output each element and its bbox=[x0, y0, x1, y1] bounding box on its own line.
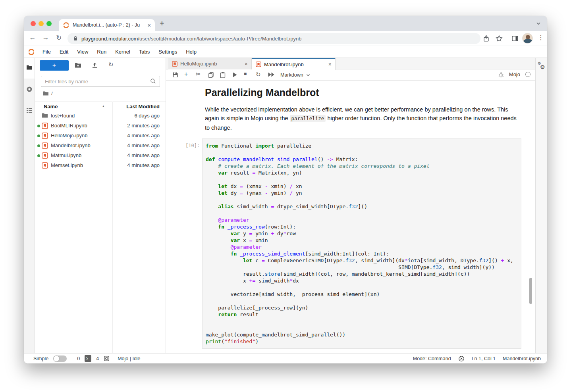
notebook-icon bbox=[172, 61, 177, 67]
menu-run[interactable]: Run bbox=[93, 46, 111, 58]
kernel-name[interactable]: Mojo bbox=[509, 71, 520, 77]
restart-run-all-icon[interactable] bbox=[268, 72, 275, 77]
upload-icon[interactable] bbox=[92, 62, 98, 68]
file-row-boolmlir[interactable]: BoolMLIR.ipynb 2 minutes ago bbox=[35, 121, 166, 131]
terminal-count[interactable]: 0 bbox=[77, 356, 80, 361]
file-row-matmul[interactable]: Matmul.ipynb 4 minutes ago bbox=[35, 151, 166, 161]
kernel-count[interactable]: 4 bbox=[96, 356, 99, 361]
close-window-button[interactable] bbox=[31, 21, 36, 26]
share-icon[interactable] bbox=[483, 35, 490, 42]
sidepanel-icon[interactable] bbox=[511, 35, 519, 42]
notebook-icon bbox=[42, 142, 48, 149]
notebook-icon bbox=[42, 162, 48, 169]
tab-search-chevron-icon[interactable] bbox=[536, 22, 541, 25]
notebook-content[interactable]: Parallelizing Mandelbrot While the vecto… bbox=[166, 81, 535, 353]
menu-view[interactable]: View bbox=[73, 46, 93, 58]
run-cell-icon[interactable] bbox=[232, 72, 237, 78]
file-row-memset[interactable]: Memset.ipynb 4 minutes ago bbox=[35, 161, 166, 171]
save-icon[interactable] bbox=[172, 72, 178, 78]
notebook-area: HelloMojo.ipynb × Mandelbrot.ipynb × + ✂ bbox=[166, 58, 535, 353]
code-editor[interactable]: from Functional import parallelize def c… bbox=[202, 138, 521, 349]
file-row-lost-found[interactable]: lost+found 6 days ago bbox=[35, 111, 166, 121]
filter-files-input[interactable] bbox=[41, 76, 160, 87]
search-icon bbox=[150, 78, 156, 84]
kernel-running-dot bbox=[37, 154, 40, 157]
zoom-window-button[interactable] bbox=[46, 21, 52, 26]
code-lines: from Functional import parallelize def c… bbox=[206, 142, 518, 345]
notebook-icon bbox=[42, 133, 48, 139]
notebook-scrollbar[interactable] bbox=[529, 278, 532, 304]
menu-file[interactable]: File bbox=[38, 46, 55, 58]
new-folder-icon[interactable] bbox=[75, 62, 81, 68]
chrome-toolbar: ← → ↻ playground.modular.com/user/scott@… bbox=[24, 31, 547, 46]
notification-off-icon[interactable] bbox=[458, 355, 465, 362]
file-browser-tab-icon[interactable] bbox=[26, 65, 33, 70]
terminal-icon[interactable]: S_ bbox=[85, 355, 91, 362]
markdown-paragraph: While the vectorized implementation abov… bbox=[205, 105, 522, 132]
file-browser-panel: + ↻ / Name ▴ Last bbox=[35, 58, 166, 353]
reload-icon[interactable]: ↻ bbox=[54, 34, 64, 42]
refresh-file-list-icon[interactable]: ↻ bbox=[108, 61, 114, 68]
debugger-bug-icon[interactable] bbox=[498, 71, 504, 77]
menu-settings[interactable]: Settings bbox=[154, 46, 181, 58]
table-of-contents-tab-icon[interactable] bbox=[26, 108, 33, 113]
jupyterlab-menubar: File Edit View Run Kernel Tabs Settings … bbox=[24, 46, 547, 58]
cell-type-dropdown[interactable]: Markdown bbox=[280, 71, 310, 79]
home-folder-icon bbox=[43, 91, 49, 96]
breadcrumb[interactable]: / bbox=[43, 90, 53, 96]
kernel-running-dot bbox=[37, 144, 40, 147]
column-last-modified[interactable]: Last Modified bbox=[126, 104, 160, 110]
bookmark-star-icon[interactable] bbox=[496, 35, 503, 42]
kernel-status-text[interactable]: Mojo | Idle bbox=[118, 356, 140, 361]
copy-cells-icon[interactable] bbox=[208, 72, 214, 78]
add-cell-icon[interactable]: + bbox=[184, 71, 188, 78]
simple-mode-label: Simple bbox=[33, 356, 48, 361]
doc-tab-hellomojo[interactable]: HelloMojo.ipynb × bbox=[168, 58, 252, 69]
chrome-menu-icon[interactable]: ⋮ bbox=[538, 34, 544, 41]
running-kernels-tab-icon[interactable] bbox=[26, 86, 33, 92]
cursor-position[interactable]: Ln 1, Col 1 bbox=[472, 356, 496, 361]
kernel-status-icon[interactable] bbox=[525, 72, 530, 77]
lock-icon bbox=[73, 36, 78, 41]
chrome-tab-strip: Mandelbrot.i... (auto-P : 2) - Ju × + bbox=[24, 16, 547, 31]
restart-kernel-icon[interactable]: ↻ bbox=[256, 71, 261, 78]
menu-tabs[interactable]: Tabs bbox=[135, 46, 154, 58]
browser-tab[interactable]: Mandelbrot.i... (auto-P : 2) - Ju × bbox=[59, 19, 155, 31]
kernel-running-dot bbox=[37, 125, 40, 127]
document-tab-bar: HelloMojo.ipynb × Mandelbrot.ipynb × bbox=[166, 58, 535, 69]
forward-icon[interactable]: → bbox=[41, 34, 50, 42]
close-tab-icon[interactable]: × bbox=[147, 22, 151, 28]
interrupt-kernel-icon[interactable]: ■ bbox=[244, 71, 247, 77]
minimize-window-button[interactable] bbox=[39, 21, 44, 26]
file-row-mandelbrot[interactable]: Mandelbrot.ipynb 4 minutes ago bbox=[35, 141, 166, 151]
file-list-header[interactable]: Name ▴ Last Modified bbox=[35, 102, 166, 111]
back-icon[interactable]: ← bbox=[28, 34, 37, 42]
kernel-sessions-icon[interactable] bbox=[104, 355, 110, 361]
new-tab-button[interactable]: + bbox=[160, 19, 164, 28]
chevron-down-icon bbox=[306, 74, 310, 77]
address-bar[interactable]: playground.modular.com/user/scott@modula… bbox=[68, 33, 480, 44]
menu-help[interactable]: Help bbox=[181, 46, 201, 58]
cut-cells-icon[interactable]: ✂ bbox=[196, 71, 201, 78]
modular-favicon-icon bbox=[63, 22, 69, 29]
menu-kernel[interactable]: Kernel bbox=[111, 46, 135, 58]
command-mode-indicator[interactable]: Mode: Command bbox=[413, 356, 451, 361]
notebook-toolbar: + ✂ ■ ↻ Markdown bbox=[166, 69, 535, 81]
activity-bar bbox=[24, 58, 35, 353]
folder-icon bbox=[42, 113, 48, 118]
close-doc-tab-icon[interactable]: × bbox=[328, 61, 332, 67]
kernel-running-dot bbox=[37, 135, 40, 137]
paste-cells-icon[interactable] bbox=[220, 72, 226, 78]
column-name[interactable]: Name bbox=[44, 104, 58, 110]
simple-mode-toggle[interactable] bbox=[53, 355, 67, 362]
inline-code: parallelize bbox=[290, 115, 326, 122]
close-doc-tab-icon[interactable]: × bbox=[245, 61, 248, 67]
doc-tab-mandelbrot[interactable]: Mandelbrot.ipynb × bbox=[252, 58, 336, 70]
file-row-hellomojo[interactable]: HelloMojo.ipynb 4 minutes ago bbox=[35, 131, 166, 141]
modular-logo-icon bbox=[28, 48, 35, 56]
new-launcher-button[interactable]: + bbox=[40, 60, 69, 71]
menu-edit[interactable]: Edit bbox=[55, 46, 73, 58]
browser-window: Mandelbrot.i... (auto-P : 2) - Ju × + ← … bbox=[24, 16, 547, 363]
url-text: playground.modular.com/user/scott@modula… bbox=[81, 36, 301, 42]
profile-avatar[interactable] bbox=[522, 33, 533, 44]
